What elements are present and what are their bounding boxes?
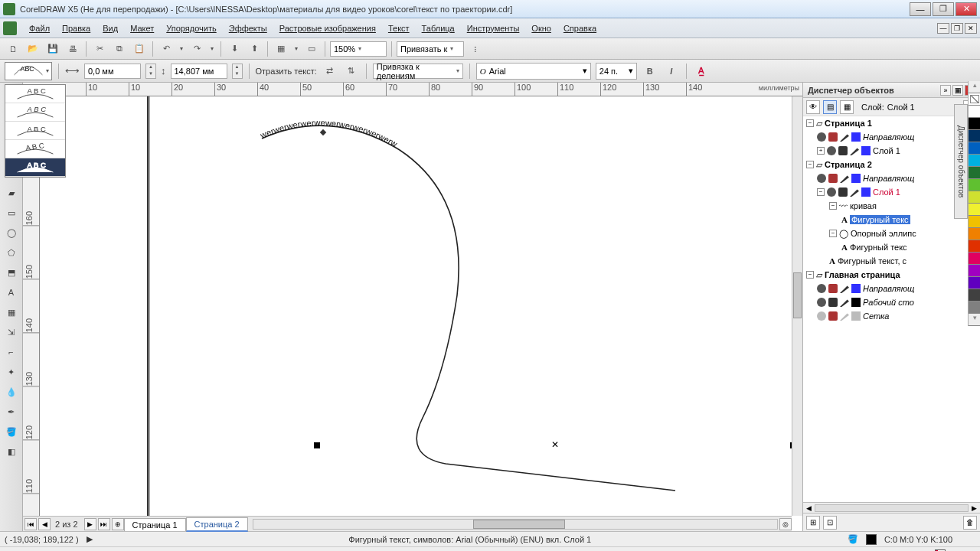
last-page-button[interactable]: ⏭ bbox=[98, 518, 110, 530]
selection-handle-l[interactable] bbox=[314, 442, 320, 448]
color-swatch[interactable] bbox=[969, 216, 980, 228]
tree-p2-layer1[interactable]: Слой 1 bbox=[873, 187, 900, 197]
page-tab-1[interactable]: Страница 1 bbox=[124, 518, 186, 531]
open-button[interactable]: 📂 bbox=[24, 41, 41, 57]
tree-ellipse[interactable]: Опорный эллипс bbox=[851, 229, 916, 238]
orientation-option-4[interactable]: A B C bbox=[5, 140, 65, 158]
mdi-restore[interactable]: ❐ bbox=[951, 23, 963, 34]
new-layer-button[interactable]: ⊞ bbox=[806, 516, 820, 530]
tick-snap-combo[interactable]: Привязка к делениям▾ bbox=[373, 64, 463, 79]
redo-button[interactable]: ↷ bbox=[188, 41, 205, 57]
tree-master[interactable]: Главная страница bbox=[825, 270, 900, 279]
color-swatch[interactable] bbox=[969, 228, 980, 240]
minimize-button[interactable]: — bbox=[910, 2, 931, 16]
expand-page2[interactable]: − bbox=[806, 161, 814, 168]
snap-combo[interactable]: Привязать к▾ bbox=[397, 41, 464, 57]
distance-spinner[interactable]: ▲▼ bbox=[232, 64, 243, 79]
palette-down[interactable]: ▾ bbox=[969, 314, 980, 326]
menu-window[interactable]: Окно bbox=[525, 21, 557, 35]
new-master-layer-button[interactable]: ⊡ bbox=[823, 516, 837, 530]
tree-p1-guides[interactable]: Направляющ bbox=[863, 132, 914, 142]
menu-help[interactable]: Справка bbox=[557, 21, 603, 35]
expand-page1[interactable]: − bbox=[806, 119, 814, 127]
selection-center[interactable]: ✕ bbox=[551, 439, 559, 450]
orientation-option-3[interactable]: A B C bbox=[5, 122, 65, 140]
redo-dropdown[interactable]: ▾ bbox=[208, 41, 216, 57]
export-button[interactable]: ⬆ bbox=[246, 41, 263, 57]
italic-button[interactable]: I bbox=[663, 63, 680, 80]
fill-tool[interactable]: 🪣 bbox=[2, 422, 21, 441]
mdi-close[interactable]: ✕ bbox=[965, 23, 977, 34]
color-swatch[interactable] bbox=[969, 179, 980, 191]
view-pages-button[interactable]: ▤ bbox=[823, 100, 837, 114]
color-swatch[interactable] bbox=[969, 167, 980, 179]
docker-tab[interactable]: Диспетчер объектов bbox=[954, 104, 968, 219]
docker-collapse-button[interactable]: ▣ bbox=[952, 85, 963, 96]
color-swatch[interactable] bbox=[969, 118, 980, 130]
zoom-combo[interactable]: 150%▾ bbox=[330, 41, 387, 57]
color-swatch[interactable] bbox=[969, 191, 980, 204]
print-button[interactable]: 🖶 bbox=[64, 41, 81, 57]
view-layers-button[interactable]: 👁 bbox=[806, 100, 820, 114]
options-button[interactable]: ⫶ bbox=[467, 41, 484, 57]
table-tool[interactable]: ▦ bbox=[2, 303, 21, 321]
orientation-option-2[interactable]: A B C bbox=[5, 103, 65, 122]
text-on-path-object[interactable]: werwerwerwerwewerwerwerwerwerw bbox=[40, 96, 792, 516]
offset-spinner[interactable]: ▲▼ bbox=[145, 64, 156, 79]
import-button[interactable]: ⬇ bbox=[226, 41, 243, 57]
connector-tool[interactable]: ⌐ bbox=[2, 343, 21, 361]
next-page-button[interactable]: ▶ bbox=[84, 518, 96, 530]
welcome-button[interactable]: ▭ bbox=[303, 41, 320, 57]
tree-artistic-text-1[interactable]: Фигурный текс bbox=[850, 215, 910, 224]
page-tab-2[interactable]: Страница 2 bbox=[186, 517, 248, 532]
color-swatch[interactable] bbox=[969, 240, 980, 253]
tree-p2-guides[interactable]: Направляющ bbox=[863, 174, 914, 183]
char-format-button[interactable]: A̲ bbox=[693, 63, 710, 80]
canvas[interactable]: werwerwerwerwewerwerwerwerwerw ✕ bbox=[40, 96, 792, 516]
offset-input[interactable]: 0,0 мм bbox=[84, 64, 141, 79]
mirror-h-button[interactable]: ⇄ bbox=[322, 63, 338, 80]
distance-input[interactable]: 14,807 мм bbox=[171, 64, 227, 79]
color-swatch[interactable] bbox=[969, 265, 980, 277]
prev-page-button[interactable]: ◀ bbox=[38, 518, 51, 530]
color-swatch[interactable] bbox=[969, 204, 980, 216]
mirror-v-button[interactable]: ⇅ bbox=[343, 63, 360, 80]
status-flyout[interactable]: ▶ bbox=[87, 534, 93, 544]
new-button[interactable]: 🗋 bbox=[5, 41, 21, 57]
interactive-fill-tool[interactable]: ◧ bbox=[2, 442, 21, 461]
color-swatch[interactable] bbox=[969, 155, 980, 167]
view-all-button[interactable]: ▦ bbox=[840, 100, 854, 114]
launch-button[interactable]: ▦ bbox=[273, 41, 289, 57]
copy-button[interactable]: ⧉ bbox=[111, 41, 128, 57]
close-button[interactable]: ✕ bbox=[956, 2, 977, 16]
tree-m-desktop[interactable]: Рабочий сто bbox=[863, 298, 914, 307]
undo-button[interactable]: ↶ bbox=[158, 41, 175, 57]
save-button[interactable]: 💾 bbox=[44, 41, 61, 57]
tree-page1[interactable]: Страница 1 bbox=[825, 119, 872, 128]
expand-ellipse[interactable]: − bbox=[829, 230, 837, 237]
palette-up[interactable]: ▴ bbox=[969, 81, 980, 93]
smart-fill-tool[interactable]: ▰ bbox=[2, 184, 21, 202]
orientation-picker[interactable]: ABC bbox=[5, 62, 52, 80]
polygon-tool[interactable]: ⬠ bbox=[2, 243, 21, 262]
expand-curve[interactable]: − bbox=[829, 202, 837, 210]
dimension-tool[interactable]: ⇲ bbox=[2, 323, 21, 341]
menu-table[interactable]: Таблица bbox=[416, 21, 461, 35]
color-swatch[interactable] bbox=[969, 130, 980, 142]
paste-button[interactable]: 📋 bbox=[131, 41, 148, 57]
docker-menu-button[interactable]: » bbox=[940, 85, 951, 96]
outline-tool[interactable]: ✒ bbox=[2, 403, 21, 421]
menu-bitmaps[interactable]: Растровые изображения bbox=[273, 21, 382, 35]
expand-p1-layer1[interactable]: + bbox=[817, 147, 825, 155]
first-page-button[interactable]: ⏮ bbox=[24, 518, 37, 530]
expand-p2-layer1[interactable]: − bbox=[817, 188, 825, 196]
text-tool[interactable]: A bbox=[2, 283, 21, 302]
color-swatch[interactable] bbox=[969, 277, 980, 289]
basic-shapes-tool[interactable]: ⬒ bbox=[2, 263, 21, 282]
tree-artistic-text-2[interactable]: Фигурный текс bbox=[850, 243, 907, 252]
undo-dropdown[interactable]: ▾ bbox=[178, 41, 185, 57]
maximize-button[interactable]: ❐ bbox=[933, 2, 954, 16]
color-swatch[interactable] bbox=[969, 302, 980, 314]
color-swatch[interactable] bbox=[969, 253, 980, 265]
color-swatch[interactable] bbox=[969, 106, 980, 118]
